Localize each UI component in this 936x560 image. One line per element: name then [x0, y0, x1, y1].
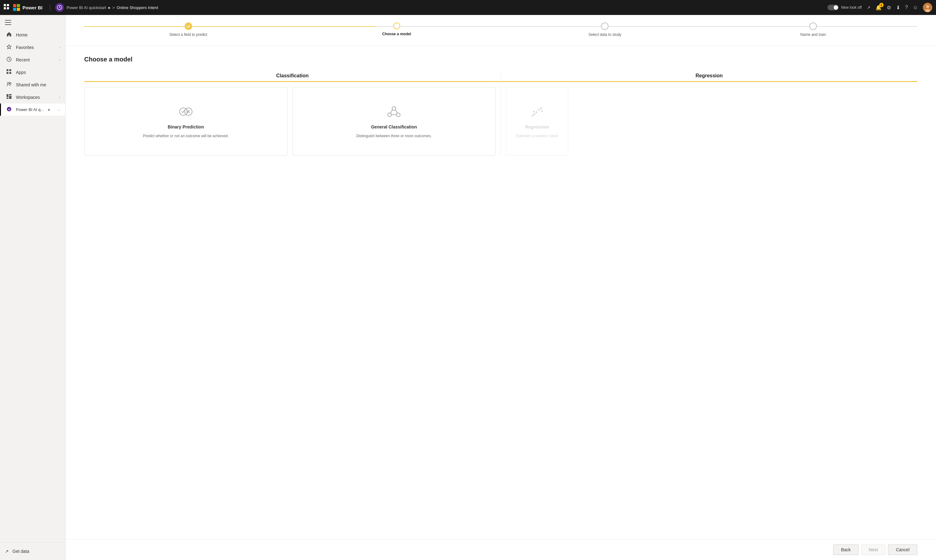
step-3-circle — [601, 22, 608, 30]
sidebar-label-apps: Apps — [16, 70, 26, 75]
step-2-circle — [393, 22, 400, 29]
svg-rect-10 — [5, 24, 11, 25]
regression-icon — [530, 104, 544, 119]
workspace-name[interactable]: Power BI AI quickstart — [66, 5, 106, 10]
breadcrumb: Power BI AI quickstart ◆ > Online Shoppe… — [66, 5, 158, 10]
powerbi-brand: Power BI — [23, 5, 42, 10]
svg-point-29 — [396, 113, 400, 117]
help-icon[interactable]: ? — [905, 5, 908, 10]
feedback-icon[interactable]: ☺ — [913, 5, 918, 10]
svg-rect-15 — [6, 72, 8, 74]
app-grid-icon[interactable] — [4, 4, 9, 11]
shared-icon — [6, 82, 12, 88]
back-button[interactable]: Back — [833, 545, 858, 555]
workspaces-icon — [6, 94, 12, 100]
svg-rect-8 — [5, 20, 11, 21]
sidebar-item-recent[interactable]: Recent › — [0, 54, 65, 66]
breadcrumb-sep: > — [112, 5, 115, 10]
svg-point-28 — [388, 113, 391, 117]
step-4-circle — [809, 22, 817, 30]
new-look-toggle-container[interactable]: New look off — [827, 5, 862, 10]
top-navigation: Power BI Power BI AI quickstart ◆ > Onli… — [0, 0, 936, 15]
cancel-button[interactable]: Cancel — [888, 545, 917, 555]
new-look-toggle[interactable] — [827, 5, 839, 10]
microsoft-logo — [13, 4, 20, 11]
favorites-icon — [6, 44, 12, 51]
avatar[interactable] — [923, 3, 932, 12]
general-desc: Distinguish between three or more outcom… — [357, 133, 432, 139]
regression-card: Regression Estimate a numeric value — [506, 87, 568, 155]
current-page: Online Shoppers Intent — [117, 5, 158, 10]
workspace-diamond-icon: ◆ — [48, 108, 50, 111]
general-classification-card[interactable]: General Classification Distinguish betwe… — [292, 87, 496, 155]
svg-rect-14 — [9, 69, 11, 71]
sidebar-item-home[interactable]: Home — [0, 29, 65, 41]
workspace-icon — [55, 3, 64, 12]
step-1: Select a field to predict — [84, 22, 292, 37]
step-2: Choose a model — [292, 22, 501, 37]
diamond-icon: ◆ — [108, 6, 111, 9]
toggle-knob — [834, 5, 838, 10]
svg-rect-19 — [6, 94, 8, 97]
svg-rect-21 — [9, 96, 12, 99]
expand-icon[interactable]: ↗ — [867, 5, 870, 10]
sidebar-item-workspaces[interactable]: Workspaces › — [0, 91, 65, 103]
regression-section: Regression — [501, 73, 917, 155]
step-2-label: Choose a model — [382, 32, 411, 36]
sidebar-label-recent: Recent — [16, 57, 30, 62]
svg-rect-1 — [7, 4, 9, 6]
sidebar-label-shared: Shared with me — [16, 82, 46, 87]
sidebar-bottom: ↗ Get data — [0, 542, 65, 560]
topnav-right: New look off ↗ 🔔 1 ⚙ ⬇ ? ☺ — [827, 3, 932, 12]
step-1-circle — [185, 22, 192, 30]
stepper: Select a field to predict Choose a model… — [66, 15, 936, 46]
workspace-chevron-icon[interactable]: ⌄ — [57, 108, 60, 112]
svg-marker-11 — [7, 45, 11, 49]
workspace-active-label: Power BI AI q... — [16, 107, 44, 112]
sidebar-item-favorites[interactable]: Favorites › — [0, 41, 65, 54]
binary-title: Binary Prediction — [168, 125, 204, 129]
svg-point-6 — [926, 5, 929, 8]
svg-point-37 — [533, 111, 535, 112]
binary-prediction-card[interactable]: Binary Prediction Predict whether or not… — [84, 87, 288, 155]
notification-icon[interactable]: 🔔 1 — [876, 5, 882, 11]
step-4: Name and train — [709, 22, 917, 37]
svg-point-18 — [10, 83, 11, 84]
new-look-label: New look off — [841, 5, 862, 10]
sidebar-label-favorites: Favorites — [16, 45, 34, 50]
home-icon — [6, 32, 12, 38]
svg-rect-22 — [6, 98, 8, 99]
sidebar-item-workspace-active[interactable]: ★ Power BI AI q... ◆ ⌄ — [0, 103, 65, 116]
get-data-item[interactable]: ↗ Get data — [5, 546, 60, 556]
recent-arrow-icon: › — [59, 58, 60, 62]
svg-rect-16 — [9, 72, 11, 74]
sidebar-item-shared[interactable]: Shared with me — [0, 78, 65, 91]
svg-point-33 — [536, 112, 537, 113]
classification-section: Classification — [84, 73, 501, 155]
download-icon[interactable]: ⬇ — [896, 5, 900, 11]
page-title: Choose a model — [84, 56, 917, 63]
page-footer: Back Next Cancel — [66, 539, 936, 560]
regression-cards: Regression Estimate a numeric value — [501, 87, 917, 155]
sidebar-item-apps[interactable]: Apps — [0, 66, 65, 78]
step-4-label: Name and train — [801, 32, 826, 37]
sidebar-toggle[interactable] — [0, 17, 65, 29]
favorites-arrow-icon: › — [59, 46, 60, 49]
regression-desc: Estimate a numeric value — [516, 133, 558, 139]
svg-text:★: ★ — [8, 108, 10, 111]
general-title: General Classification — [371, 125, 417, 129]
svg-rect-0 — [4, 4, 6, 6]
get-data-icon: ↗ — [5, 549, 9, 554]
sidebar-label-home: Home — [16, 32, 28, 37]
sidebar-label-workspaces: Workspaces — [16, 95, 40, 100]
settings-icon[interactable]: ⚙ — [887, 5, 891, 11]
step-3-label: Select data to study — [588, 32, 621, 37]
next-button[interactable]: Next — [861, 545, 886, 555]
svg-point-32 — [534, 114, 536, 115]
step-1-label: Select a field to predict — [169, 32, 207, 37]
stepper-track: Select a field to predict Choose a model… — [84, 22, 917, 37]
binary-icon — [179, 104, 193, 119]
svg-rect-20 — [9, 94, 12, 95]
notification-badge: 1 — [879, 3, 884, 7]
recent-icon — [6, 57, 12, 63]
